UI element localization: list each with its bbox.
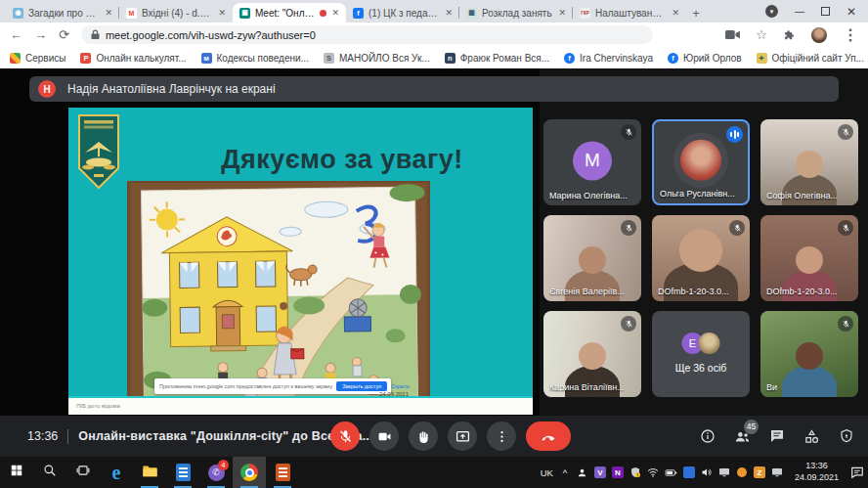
audio-activity-icon (726, 126, 743, 143)
monitor2-tray-icon[interactable] (771, 466, 783, 478)
participant-count-badge: 45 (744, 420, 759, 434)
task-view-button[interactable] (66, 457, 100, 488)
people-button[interactable]: 45 (734, 428, 751, 445)
participant-tile[interactable]: Ви (760, 311, 858, 397)
hide-notice-link[interactable]: Скрыть (391, 383, 410, 389)
taskbar-clock[interactable]: 13:3624.09.2021 (789, 461, 845, 483)
language-indicator[interactable]: UK (541, 467, 553, 478)
bookmark-item[interactable]: Сервисы (10, 53, 65, 64)
maximize-button[interactable] (821, 7, 830, 16)
call-controls (330, 421, 571, 451)
update-tray-icon[interactable] (736, 467, 748, 477)
bookmark-star-icon[interactable]: ☆ (756, 27, 767, 42)
bookmark-item[interactable]: SМАНОЙЛО Вся Ук... (324, 53, 430, 64)
bookmark-item[interactable]: fЮрий Орлов (668, 53, 741, 64)
wifi-tray-icon[interactable] (647, 466, 659, 478)
forward-button[interactable]: → (34, 27, 47, 42)
person-silhouette (782, 174, 837, 205)
browser-profile-menu[interactable]: ▾ (765, 5, 778, 18)
tab-close-button[interactable]: ✕ (105, 8, 112, 18)
participant-name: Ольга Русланівн... (660, 189, 735, 199)
participant-name: Софія Олегівна... (766, 191, 838, 200)
browser-tab[interactable]: ▣Meet: "Онлайн-ви✕ (233, 3, 346, 22)
speaker-avatar-ring (673, 133, 728, 188)
onenote-tray-icon[interactable]: N (612, 466, 624, 478)
browser-tab[interactable]: MВхідні (4) - d.sopova@✕ (119, 3, 233, 22)
participant-tile[interactable]: Софія Олегівна... (760, 119, 858, 205)
back-button[interactable]: ← (10, 27, 22, 42)
activities-button[interactable] (803, 428, 820, 445)
start-button[interactable] (0, 457, 33, 488)
search-button[interactable] (33, 457, 66, 488)
participant-tile[interactable]: DOfmb-1-20-3.0... (652, 215, 750, 301)
participant-tile[interactable]: ЕЩе 36 осіб (652, 311, 750, 397)
close-window-button[interactable]: ✕ (846, 5, 856, 19)
participant-name: Євгенія Валеріїв... (549, 287, 625, 296)
chrome-app[interactable] (233, 457, 266, 488)
hidden-icons-button[interactable]: ^ (559, 467, 571, 478)
more-options-button[interactable] (487, 421, 516, 451)
people-tray-icon[interactable] (577, 467, 588, 478)
tab-close-button[interactable]: ✕ (218, 8, 226, 18)
tab-close-button[interactable]: ✕ (558, 8, 566, 18)
browser-address-bar: ← → ⟳ meet.google.com/vih-uswd-zyw?authu… (0, 22, 868, 47)
battery-tray-icon[interactable] (665, 466, 677, 479)
browser-tab[interactable]: f(1) ЦК з педагогічної✕ (346, 3, 459, 22)
tab-close-button[interactable]: ✕ (331, 8, 339, 18)
bookmark-item[interactable]: ✦Офіційний сайт Уп... (757, 53, 864, 64)
host-controls-button[interactable] (839, 428, 854, 444)
bookmark-item[interactable]: мКодексы поведени... (201, 53, 309, 64)
browser-tab[interactable]: ГКРНалаштування журна✕ (573, 3, 686, 22)
raise-hand-button[interactable] (409, 421, 438, 451)
tab-title: Розклад занять (482, 8, 553, 19)
edge-app[interactable]: e (100, 457, 133, 488)
folder-icon (142, 463, 158, 483)
tab-close-button[interactable]: ✕ (672, 8, 679, 18)
volume-tray-icon[interactable] (701, 466, 713, 478)
reload-button[interactable]: ⟳ (59, 27, 69, 42)
present-button[interactable] (448, 421, 477, 451)
zoom-tray-icon-glyph: Z (754, 466, 765, 478)
extensions-icon[interactable] (783, 28, 796, 41)
info-button[interactable] (700, 428, 716, 444)
browser-tab[interactable]: ▦Розклад занять✕ (459, 3, 573, 22)
participant-tile[interactable]: DOfmb-1-20-3.0... (760, 215, 858, 301)
word-app[interactable] (166, 457, 199, 488)
bookmark-item[interactable]: fIra Chervinskaya (564, 53, 653, 64)
viber-tray-icon-glyph: V (594, 466, 606, 478)
profile-avatar[interactable] (811, 27, 827, 43)
explorer-app[interactable] (133, 457, 166, 488)
end-call-button[interactable] (526, 421, 571, 451)
audio-bar (734, 130, 736, 139)
participant-tile[interactable]: Карина Віталіївн... (543, 311, 641, 397)
viber-app[interactable]: ✆4 (199, 457, 233, 488)
audio-bar (730, 132, 732, 137)
stop-sharing-button[interactable]: Закрыть доступ (336, 381, 387, 391)
chat-button[interactable] (769, 428, 785, 444)
impress-app[interactable] (266, 457, 299, 488)
display-tray-icon[interactable] (718, 466, 730, 478)
participant-tile[interactable]: ММарина Олегівна... (543, 119, 641, 205)
tab-close-button[interactable]: ✕ (445, 8, 453, 18)
system-tray: UK^VNZ13:3624.09.2021 (541, 461, 868, 483)
action-center-button[interactable] (850, 466, 864, 479)
camera-button[interactable] (369, 421, 399, 451)
teams-tray-icon[interactable] (683, 466, 695, 478)
browser-tab[interactable]: ◉Загадки про дитячий✕ (6, 3, 119, 22)
minimize-button[interactable]: — (795, 6, 804, 17)
bookmark-item[interactable]: nФраюк Роман Вся... (445, 53, 549, 64)
mic-muted-icon (729, 220, 745, 236)
new-tab-button[interactable]: + (686, 3, 706, 22)
defender-tray-icon[interactable] (629, 466, 641, 478)
mic-off-button[interactable] (330, 421, 360, 451)
browser-menu-icon[interactable]: ⋮ (843, 25, 858, 44)
participant-tile[interactable]: Ольга Русланівн... (652, 119, 750, 205)
zoom-tray-icon[interactable]: Z (754, 466, 765, 478)
viber-tray-icon[interactable]: V (594, 466, 606, 478)
word-icon (176, 464, 191, 481)
participant-tile[interactable]: Євгенія Валеріїв... (543, 215, 641, 301)
windows-taskbar: e✆4 UK^VNZ13:3624.09.2021 (0, 457, 868, 488)
url-omnibox[interactable]: meet.google.com/vih-uswd-zyw?authuser=0 (81, 25, 653, 44)
bookmark-item[interactable]: РОнлайн калькулят... (80, 53, 186, 64)
onenote-tray-icon-glyph: N (612, 466, 624, 478)
